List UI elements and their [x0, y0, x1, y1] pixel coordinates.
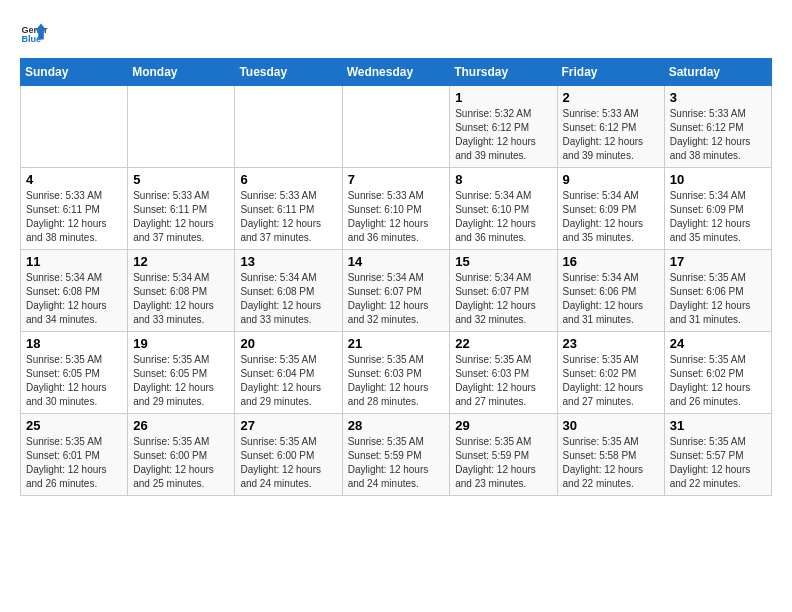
day-cell: 25Sunrise: 5:35 AM Sunset: 6:01 PM Dayli…: [21, 414, 128, 496]
weekday-header-saturday: Saturday: [664, 59, 771, 86]
day-info: Sunrise: 5:34 AM Sunset: 6:06 PM Dayligh…: [563, 271, 659, 327]
day-info: Sunrise: 5:35 AM Sunset: 6:03 PM Dayligh…: [348, 353, 445, 409]
day-number: 7: [348, 172, 445, 187]
day-number: 19: [133, 336, 229, 351]
day-cell: 12Sunrise: 5:34 AM Sunset: 6:08 PM Dayli…: [128, 250, 235, 332]
day-info: Sunrise: 5:33 AM Sunset: 6:10 PM Dayligh…: [348, 189, 445, 245]
day-number: 12: [133, 254, 229, 269]
day-cell: 29Sunrise: 5:35 AM Sunset: 5:59 PM Dayli…: [450, 414, 557, 496]
day-info: Sunrise: 5:35 AM Sunset: 5:59 PM Dayligh…: [348, 435, 445, 491]
day-cell: 19Sunrise: 5:35 AM Sunset: 6:05 PM Dayli…: [128, 332, 235, 414]
day-number: 17: [670, 254, 766, 269]
day-cell: 23Sunrise: 5:35 AM Sunset: 6:02 PM Dayli…: [557, 332, 664, 414]
day-number: 18: [26, 336, 122, 351]
day-number: 21: [348, 336, 445, 351]
day-cell: 9Sunrise: 5:34 AM Sunset: 6:09 PM Daylig…: [557, 168, 664, 250]
svg-text:Blue: Blue: [21, 34, 41, 44]
day-info: Sunrise: 5:35 AM Sunset: 6:01 PM Dayligh…: [26, 435, 122, 491]
day-number: 14: [348, 254, 445, 269]
day-info: Sunrise: 5:34 AM Sunset: 6:10 PM Dayligh…: [455, 189, 551, 245]
day-number: 28: [348, 418, 445, 433]
weekday-header-tuesday: Tuesday: [235, 59, 342, 86]
day-number: 23: [563, 336, 659, 351]
day-cell: 1Sunrise: 5:32 AM Sunset: 6:12 PM Daylig…: [450, 86, 557, 168]
day-number: 24: [670, 336, 766, 351]
day-cell: 7Sunrise: 5:33 AM Sunset: 6:10 PM Daylig…: [342, 168, 450, 250]
day-cell: 24Sunrise: 5:35 AM Sunset: 6:02 PM Dayli…: [664, 332, 771, 414]
day-info: Sunrise: 5:35 AM Sunset: 6:05 PM Dayligh…: [133, 353, 229, 409]
logo: General Blue: [20, 20, 48, 48]
day-number: 1: [455, 90, 551, 105]
day-info: Sunrise: 5:34 AM Sunset: 6:08 PM Dayligh…: [26, 271, 122, 327]
day-info: Sunrise: 5:34 AM Sunset: 6:08 PM Dayligh…: [133, 271, 229, 327]
day-cell: 18Sunrise: 5:35 AM Sunset: 6:05 PM Dayli…: [21, 332, 128, 414]
day-cell: 26Sunrise: 5:35 AM Sunset: 6:00 PM Dayli…: [128, 414, 235, 496]
day-number: 11: [26, 254, 122, 269]
week-row-5: 25Sunrise: 5:35 AM Sunset: 6:01 PM Dayli…: [21, 414, 772, 496]
day-cell: [128, 86, 235, 168]
day-info: Sunrise: 5:35 AM Sunset: 6:02 PM Dayligh…: [563, 353, 659, 409]
day-cell: 14Sunrise: 5:34 AM Sunset: 6:07 PM Dayli…: [342, 250, 450, 332]
day-cell: 17Sunrise: 5:35 AM Sunset: 6:06 PM Dayli…: [664, 250, 771, 332]
day-number: 31: [670, 418, 766, 433]
day-info: Sunrise: 5:33 AM Sunset: 6:12 PM Dayligh…: [563, 107, 659, 163]
day-info: Sunrise: 5:33 AM Sunset: 6:12 PM Dayligh…: [670, 107, 766, 163]
day-cell: 4Sunrise: 5:33 AM Sunset: 6:11 PM Daylig…: [21, 168, 128, 250]
day-cell: 20Sunrise: 5:35 AM Sunset: 6:04 PM Dayli…: [235, 332, 342, 414]
day-cell: 30Sunrise: 5:35 AM Sunset: 5:58 PM Dayli…: [557, 414, 664, 496]
day-cell: 13Sunrise: 5:34 AM Sunset: 6:08 PM Dayli…: [235, 250, 342, 332]
day-cell: 2Sunrise: 5:33 AM Sunset: 6:12 PM Daylig…: [557, 86, 664, 168]
day-number: 9: [563, 172, 659, 187]
day-number: 8: [455, 172, 551, 187]
day-info: Sunrise: 5:34 AM Sunset: 6:09 PM Dayligh…: [670, 189, 766, 245]
day-info: Sunrise: 5:32 AM Sunset: 6:12 PM Dayligh…: [455, 107, 551, 163]
day-cell: 22Sunrise: 5:35 AM Sunset: 6:03 PM Dayli…: [450, 332, 557, 414]
week-row-3: 11Sunrise: 5:34 AM Sunset: 6:08 PM Dayli…: [21, 250, 772, 332]
day-cell: 11Sunrise: 5:34 AM Sunset: 6:08 PM Dayli…: [21, 250, 128, 332]
day-cell: 10Sunrise: 5:34 AM Sunset: 6:09 PM Dayli…: [664, 168, 771, 250]
day-number: 26: [133, 418, 229, 433]
calendar-table: SundayMondayTuesdayWednesdayThursdayFrid…: [20, 58, 772, 496]
day-info: Sunrise: 5:34 AM Sunset: 6:07 PM Dayligh…: [348, 271, 445, 327]
weekday-header-sunday: Sunday: [21, 59, 128, 86]
day-number: 2: [563, 90, 659, 105]
day-cell: 28Sunrise: 5:35 AM Sunset: 5:59 PM Dayli…: [342, 414, 450, 496]
day-info: Sunrise: 5:35 AM Sunset: 6:05 PM Dayligh…: [26, 353, 122, 409]
day-info: Sunrise: 5:35 AM Sunset: 6:04 PM Dayligh…: [240, 353, 336, 409]
day-number: 25: [26, 418, 122, 433]
day-cell: 16Sunrise: 5:34 AM Sunset: 6:06 PM Dayli…: [557, 250, 664, 332]
day-cell: [235, 86, 342, 168]
day-number: 22: [455, 336, 551, 351]
day-cell: 8Sunrise: 5:34 AM Sunset: 6:10 PM Daylig…: [450, 168, 557, 250]
weekday-header-row: SundayMondayTuesdayWednesdayThursdayFrid…: [21, 59, 772, 86]
page-header: General Blue: [20, 20, 772, 48]
week-row-1: 1Sunrise: 5:32 AM Sunset: 6:12 PM Daylig…: [21, 86, 772, 168]
day-info: Sunrise: 5:35 AM Sunset: 6:00 PM Dayligh…: [240, 435, 336, 491]
day-info: Sunrise: 5:33 AM Sunset: 6:11 PM Dayligh…: [240, 189, 336, 245]
day-cell: [342, 86, 450, 168]
day-number: 20: [240, 336, 336, 351]
day-info: Sunrise: 5:34 AM Sunset: 6:09 PM Dayligh…: [563, 189, 659, 245]
weekday-header-friday: Friday: [557, 59, 664, 86]
day-cell: 21Sunrise: 5:35 AM Sunset: 6:03 PM Dayli…: [342, 332, 450, 414]
day-info: Sunrise: 5:33 AM Sunset: 6:11 PM Dayligh…: [26, 189, 122, 245]
day-number: 10: [670, 172, 766, 187]
day-info: Sunrise: 5:34 AM Sunset: 6:07 PM Dayligh…: [455, 271, 551, 327]
logo-icon: General Blue: [20, 20, 48, 48]
day-number: 5: [133, 172, 229, 187]
day-number: 27: [240, 418, 336, 433]
day-number: 15: [455, 254, 551, 269]
day-number: 6: [240, 172, 336, 187]
day-cell: 27Sunrise: 5:35 AM Sunset: 6:00 PM Dayli…: [235, 414, 342, 496]
day-info: Sunrise: 5:35 AM Sunset: 5:59 PM Dayligh…: [455, 435, 551, 491]
day-number: 4: [26, 172, 122, 187]
day-cell: 3Sunrise: 5:33 AM Sunset: 6:12 PM Daylig…: [664, 86, 771, 168]
day-number: 16: [563, 254, 659, 269]
day-number: 13: [240, 254, 336, 269]
day-info: Sunrise: 5:35 AM Sunset: 6:03 PM Dayligh…: [455, 353, 551, 409]
day-info: Sunrise: 5:35 AM Sunset: 5:58 PM Dayligh…: [563, 435, 659, 491]
day-cell: 5Sunrise: 5:33 AM Sunset: 6:11 PM Daylig…: [128, 168, 235, 250]
day-cell: 31Sunrise: 5:35 AM Sunset: 5:57 PM Dayli…: [664, 414, 771, 496]
weekday-header-monday: Monday: [128, 59, 235, 86]
day-info: Sunrise: 5:35 AM Sunset: 6:06 PM Dayligh…: [670, 271, 766, 327]
